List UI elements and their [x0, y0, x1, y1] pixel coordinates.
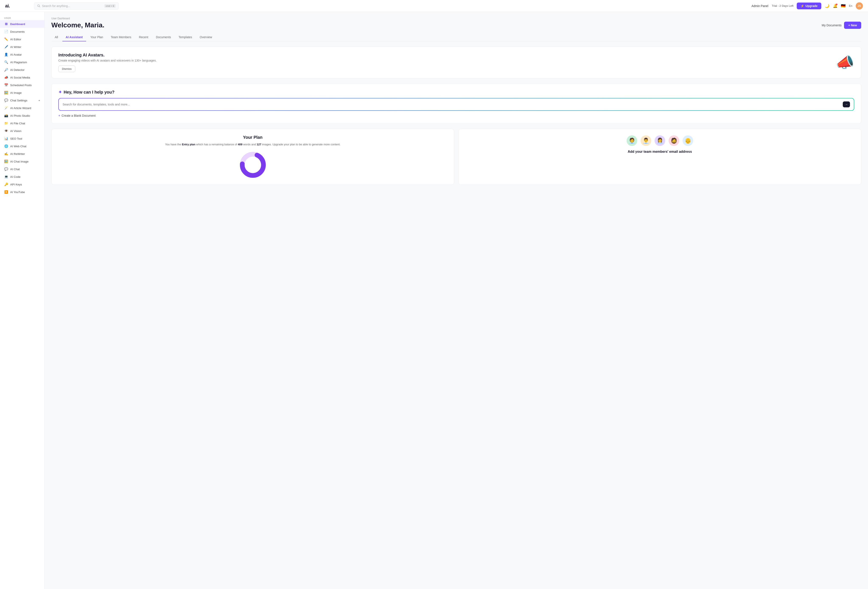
sidebar: USER ⊞ Dashboard 📄 Documents ✏️ AI Edito… — [0, 12, 44, 589]
language-label[interactable]: En — [849, 4, 852, 7]
notifications-button[interactable]: 🔔 — [833, 4, 837, 8]
main-content: User Dashboard Welcome, Maria. My Docume… — [44, 12, 868, 589]
sidebar-item-api-keys[interactable]: 🔑 API Keys — [0, 180, 44, 188]
tab-documents[interactable]: Documents — [152, 33, 174, 41]
team-avatar: 👨‍💼 — [640, 135, 652, 146]
sidebar-icon-ai-plagiarism: 🔍 — [4, 60, 8, 64]
sidebar-label-ai-photo-studio: AI Photo Studio — [10, 114, 30, 117]
trial-badge: Trial - 2 Days Left — [772, 4, 793, 7]
dark-mode-button[interactable]: 🌙 — [825, 4, 830, 8]
tab-recent[interactable]: Recent — [136, 33, 152, 41]
intro-banner: Introducing AI Avatars. Create engaging … — [51, 46, 861, 78]
team-avatar: 🧔 — [668, 135, 680, 146]
flag-icon: 🇩🇪 — [841, 4, 846, 8]
page-layout: USER ⊞ Dashboard 📄 Documents ✏️ AI Edito… — [0, 12, 868, 589]
sidebar-label-ai-chat-image: AI Chat Image — [10, 160, 28, 163]
sidebar-icon-ai-chat-image: 🖼️ — [4, 159, 8, 163]
search-bar[interactable]: Search for anything... cmd + E — [34, 2, 119, 10]
sidebar-item-chat-settings[interactable]: 💬 Chat Settings + — [0, 96, 44, 104]
upgrade-label: Upgrade — [805, 4, 818, 7]
plan-title: Your Plan — [58, 135, 448, 140]
sidebar-label-ai-article-wizard: AI Article Wizard — [10, 106, 31, 110]
sidebar-icon-ai-file-chat: 📁 — [4, 121, 8, 125]
sidebar-item-ai-photo-studio[interactable]: 📸 AI Photo Studio — [0, 112, 44, 120]
team-avatar: 👴 — [682, 135, 694, 146]
sidebar-label-scheduled-posts: Scheduled Posts — [10, 84, 32, 87]
sidebar-item-ai-chat[interactable]: 💬 AI Chat — [0, 165, 44, 173]
ai-help-title: ✦ Hey, How can I help you? — [58, 90, 854, 94]
sidebar-label-ai-plagiarism: AI Plagiarism — [10, 61, 27, 64]
sidebar-item-dashboard[interactable]: ⊞ Dashboard — [0, 20, 44, 28]
top-navigation: ai. Search for anything... cmd + E Admin… — [0, 0, 868, 12]
sidebar-item-scheduled-posts[interactable]: 📅 Scheduled Posts — [0, 81, 44, 89]
sidebar-label-api-keys: API Keys — [10, 183, 22, 186]
tab-overview[interactable]: Overview — [196, 33, 216, 41]
tab-bar: AllAI AssistantYour PlanTeam MembersRece… — [51, 33, 861, 41]
tab-team-members[interactable]: Team Members — [107, 33, 134, 41]
sidebar-item-seo-tool[interactable]: 📊 SEO Tool — [0, 135, 44, 142]
sidebar-icon-documents: 📄 — [4, 30, 8, 34]
team-avatar: 🧑‍💼 — [626, 135, 638, 146]
sidebar-item-ai-rewriter[interactable]: ✍️ AI ReWriter — [0, 150, 44, 158]
sidebar-icon-ai-avatar: 👤 — [4, 53, 8, 56]
sidebar-item-ai-writer[interactable]: 🖊️ AI Writer — [0, 43, 44, 51]
sidebar-label-ai-image: AI Image — [10, 91, 22, 94]
ai-search-bar[interactable]: → — [58, 98, 854, 111]
sidebar-icon-ai-web-chat: 🌐 — [4, 144, 8, 148]
team-section-title: Add your team members' email address — [465, 150, 855, 154]
sidebar-icon-chat-settings: 💬 — [4, 99, 8, 102]
sidebar-item-documents[interactable]: 📄 Documents — [0, 28, 44, 35]
sparkle-icon: ✦ — [58, 90, 62, 94]
sidebar-item-ai-plagiarism[interactable]: 🔍 AI Plagiarism — [0, 58, 44, 66]
sidebar-item-ai-vision[interactable]: 👁️ AI Vision — [0, 127, 44, 135]
sidebar-icon-ai-youtube: ▶️ — [4, 190, 8, 194]
team-card: 🧑‍💼 👨‍💼 👩‍💼 🧔 👴 Add your team members' e… — [458, 129, 861, 185]
tab-all[interactable]: All — [51, 33, 62, 41]
sidebar-icon-seo-tool: 📊 — [4, 137, 8, 140]
team-avatars: 🧑‍💼 👨‍💼 👩‍💼 🧔 👴 — [465, 135, 855, 146]
ai-search-arrow[interactable]: → — [843, 102, 850, 107]
sidebar-item-ai-article-wizard[interactable]: 🪄 AI Article Wizard — [0, 104, 44, 112]
create-doc-label: Create a Blank Document — [62, 114, 96, 117]
plus-icon: + — [58, 114, 60, 118]
sidebar-icon-ai-editor: ✏️ — [4, 37, 8, 41]
sidebar-item-ai-social-media[interactable]: 📣 AI Social Media — [0, 74, 44, 81]
tab-ai-assistant[interactable]: AI Assistant — [62, 33, 86, 41]
create-blank-document[interactable]: + Create a Blank Document — [58, 114, 854, 118]
sidebar-item-ai-code[interactable]: 💻 AI Code — [0, 173, 44, 180]
banner-subtitle: Create engaging videos with AI avatars a… — [58, 59, 156, 62]
sidebar-item-ai-file-chat[interactable]: 📁 AI File Chat — [0, 120, 44, 127]
sidebar-item-ai-editor[interactable]: ✏️ AI Editor — [0, 35, 44, 43]
sidebar-item-ai-avatar[interactable]: 👤 AI Avatar — [0, 51, 44, 58]
sidebar-label-seo-tool: SEO Tool — [10, 137, 22, 140]
sidebar-icon-ai-writer: 🖊️ — [4, 45, 8, 49]
dismiss-button[interactable]: Dismiss — [58, 66, 75, 72]
sidebar-item-ai-web-chat[interactable]: 🌐 AI Web Chat — [0, 142, 44, 150]
sidebar-item-ai-youtube[interactable]: ▶️ AI YouTube — [0, 188, 44, 196]
search-shortcut: cmd + E — [104, 4, 116, 7]
sidebar-icon-ai-rewriter: ✍️ — [4, 152, 8, 156]
team-avatar: 👩‍💼 — [654, 135, 666, 146]
tab-templates[interactable]: Templates — [175, 33, 196, 41]
welcome-actions: My Documents + New — [822, 22, 861, 29]
user-avatar[interactable]: JS — [856, 2, 863, 10]
admin-panel-button[interactable]: Admin Panel — [751, 4, 768, 7]
tab-your-plan[interactable]: Your Plan — [87, 33, 106, 41]
welcome-title: Welcome, Maria. — [51, 21, 104, 29]
ai-search-input[interactable] — [63, 103, 843, 106]
upgrade-icon: ⚡ — [800, 4, 804, 7]
sidebar-item-ai-chat-image[interactable]: 🖼️ AI Chat Image — [0, 158, 44, 165]
upgrade-button[interactable]: ⚡ Upgrade — [797, 3, 821, 9]
ai-help-title-text: Hey, How can I help you? — [63, 90, 115, 94]
logo: ai. — [5, 3, 18, 9]
sidebar-item-ai-detector[interactable]: 🔎 AI Detector — [0, 66, 44, 74]
new-button[interactable]: + New — [844, 22, 861, 29]
search-icon — [37, 4, 40, 7]
welcome-header: Welcome, Maria. My Documents + New — [51, 21, 861, 29]
banner-title: Introducing AI Avatars. — [58, 53, 156, 58]
sidebar-item-ai-image[interactable]: 🖼️ AI Image — [0, 89, 44, 96]
sidebar-label-chat-settings: Chat Settings — [10, 99, 36, 102]
my-documents-button[interactable]: My Documents — [822, 24, 841, 27]
sidebar-plus-chat-settings[interactable]: + — [38, 99, 40, 102]
banner-illustration: 📣 — [836, 54, 854, 71]
